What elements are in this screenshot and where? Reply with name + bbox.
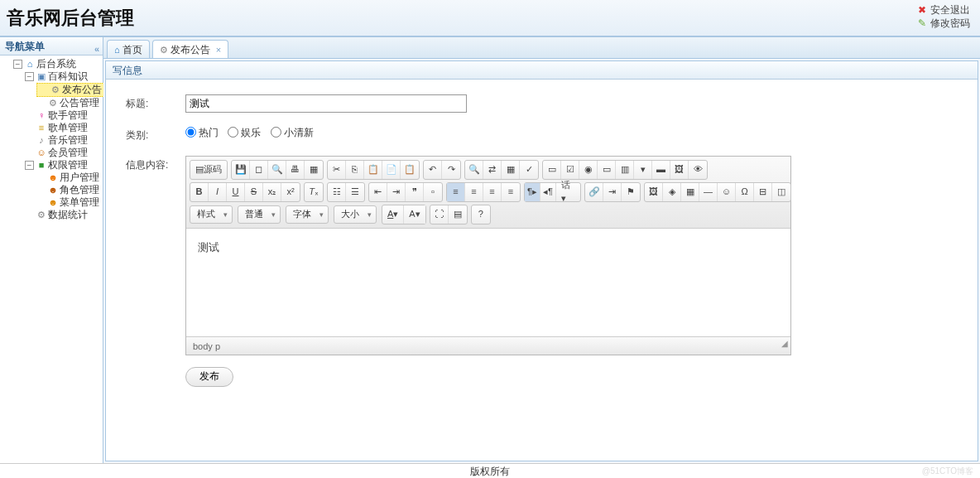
superscript-icon[interactable]: x² [281,183,300,201]
specialchar-icon[interactable]: Ω [736,183,754,201]
hr-icon[interactable]: — [699,183,718,201]
about-icon[interactable]: ? [472,205,490,224]
removeformat-icon[interactable]: Tₓ [305,183,323,201]
radio-ent[interactable]: 娱乐 [228,127,261,138]
image-icon[interactable]: 🖼 [645,183,663,201]
textfield-icon[interactable]: ▭ [598,161,616,179]
rtl-icon[interactable]: ◂¶ [540,183,556,201]
template-icon[interactable]: ▦ [305,161,323,179]
numberedlist-icon[interactable]: ☷ [328,183,346,201]
source-button[interactable]: ▤ 源码 [190,161,227,179]
tree-stats[interactable]: ⚙数据统计 [25,209,101,221]
selectall-icon[interactable]: ▦ [502,161,520,179]
tree-manage[interactable]: ⚙公告管理 [36,97,101,109]
tree-perm[interactable]: −■权限管理 ☻用户管理 ☻角色管理 ☻菜单管理 [25,159,101,209]
radio-icon[interactable]: ◉ [579,161,598,179]
copy-icon[interactable]: ⎘ [346,161,364,179]
bulletlist-icon[interactable]: ☰ [346,183,364,201]
save-icon[interactable]: 💾 [232,161,250,179]
replace-icon[interactable]: ⇄ [483,161,502,179]
indent-icon[interactable]: ⇥ [387,183,406,201]
tree-root[interactable]: −⌂后台系统 −▣百科知识 ⚙发布公告 ⚙公告管理 ♀歌手管理 ≡歌单管理 ♪音… [13,58,101,221]
textcolor-icon[interactable]: A▾ [382,205,404,224]
align-right-icon[interactable]: ≡ [483,183,502,201]
smiley-icon[interactable]: ☺ [718,183,736,201]
align-left-icon[interactable]: ≡ [447,183,465,201]
panel-title: 写信息 [106,61,978,80]
maximize-icon[interactable]: ⛶ [430,205,449,224]
redo-icon[interactable]: ↷ [442,161,460,179]
font-select[interactable]: 字体 [286,205,329,224]
radio-hot[interactable]: 热门 [185,127,219,138]
outdent-icon[interactable]: ⇤ [369,183,387,201]
tree-baike[interactable]: −▣百科知识 ⚙发布公告 ⚙公告管理 [25,70,101,109]
style-select[interactable]: 样式 [190,205,233,224]
tree-playlist[interactable]: ≡歌单管理 [25,122,101,134]
content-panel: 写信息 标题: 类别: 热门 娱乐 小清新 信息内容: [105,60,978,461]
image-button-icon[interactable]: 🖼 [670,161,689,179]
editor-toolbar: ▤ 源码 💾◻🔍🖶▦ ✂⎘📋📄📋 ↶↷ 🔍⇄▦✓ ▭☑◉▭▥▾▬🖼👁 BIUSx… [186,157,790,229]
print-icon[interactable]: 🖶 [286,161,305,179]
anchor-icon[interactable]: ⚑ [622,183,640,201]
underline-icon[interactable]: U [227,183,245,201]
textarea-icon[interactable]: ▥ [616,161,634,179]
link-icon[interactable]: 🔗 [585,183,603,201]
find-icon[interactable]: 🔍 [465,161,483,179]
language-icon[interactable]: 话 ▾ [556,183,580,201]
newpage-icon[interactable]: ◻ [250,161,268,179]
title-input[interactable] [185,94,467,113]
spellcheck-icon[interactable]: ✓ [520,161,538,179]
logout-link[interactable]: ✖安全退出 [916,3,970,17]
table-icon[interactable]: ▦ [681,183,699,201]
radio-fresh[interactable]: 小清新 [271,127,314,138]
tree-menu[interactable]: ☻菜单管理 [36,196,101,209]
hidden-icon[interactable]: 👁 [689,161,707,179]
pagebreak-icon[interactable]: ⊟ [754,183,772,201]
bgcolor-icon[interactable]: A▾ [404,205,425,224]
size-select[interactable]: 大小 [334,205,377,224]
form-icon[interactable]: ▭ [543,161,561,179]
tree-music[interactable]: ♪音乐管理 [25,134,101,147]
tree-singer[interactable]: ♀歌手管理 [25,109,101,122]
select-icon[interactable]: ▾ [634,161,652,179]
button-icon[interactable]: ▬ [652,161,670,179]
iframe-icon[interactable]: ◫ [772,183,790,201]
unlink-icon[interactable]: ⇥ [603,183,622,201]
collapse-icon[interactable]: « [94,40,99,58]
ltr-icon[interactable]: ¶▸ [525,183,540,201]
exit-icon: ✖ [916,3,928,17]
tree-user[interactable]: ☻用户管理 [36,171,101,184]
tab-home[interactable]: ⌂首页 [107,40,150,58]
strike-icon[interactable]: S [245,183,263,201]
paste-word-icon[interactable]: 📋 [401,161,419,179]
editor-body[interactable]: 测试 [186,229,790,336]
paste-text-icon[interactable]: 📄 [382,161,401,179]
format-select[interactable]: 普通 [238,205,281,224]
blockquote-icon[interactable]: ❞ [406,183,424,201]
paste-icon[interactable]: 📋 [364,161,382,179]
rich-editor: ▤ 源码 💾◻🔍🖶▦ ✂⎘📋📄📋 ↶↷ 🔍⇄▦✓ ▭☑◉▭▥▾▬🖼👁 BIUSx… [185,156,791,355]
bold-icon[interactable]: B [190,183,209,201]
undo-icon[interactable]: ↶ [424,161,442,179]
close-icon[interactable]: × [216,41,221,59]
align-center-icon[interactable]: ≡ [465,183,483,201]
resize-handle[interactable]: ◢ [781,335,788,353]
header-actions: ✖安全退出 ✎修改密码 [916,3,970,30]
element-path[interactable]: body p [193,341,220,351]
preview-icon[interactable]: 🔍 [268,161,286,179]
app-title: 音乐网后台管理 [0,0,980,36]
align-justify-icon[interactable]: ≡ [502,183,520,201]
tree-role[interactable]: ☻角色管理 [36,184,101,196]
showblocks-icon[interactable]: ▤ [449,205,467,224]
tree-member[interactable]: ☺会员管理 [25,147,101,159]
flash-icon[interactable]: ◈ [663,183,681,201]
change-password-link[interactable]: ✎修改密码 [916,17,970,30]
publish-button[interactable]: 发布 [185,367,233,387]
subscript-icon[interactable]: x₂ [263,183,281,201]
tab-publish[interactable]: ⚙发布公告× [152,40,228,58]
italic-icon[interactable]: I [209,183,227,201]
cut-icon[interactable]: ✂ [328,161,346,179]
tree-publish[interactable]: ⚙发布公告 [36,83,101,97]
checkbox-icon[interactable]: ☑ [561,161,579,179]
div-icon[interactable]: ▫ [424,183,442,201]
